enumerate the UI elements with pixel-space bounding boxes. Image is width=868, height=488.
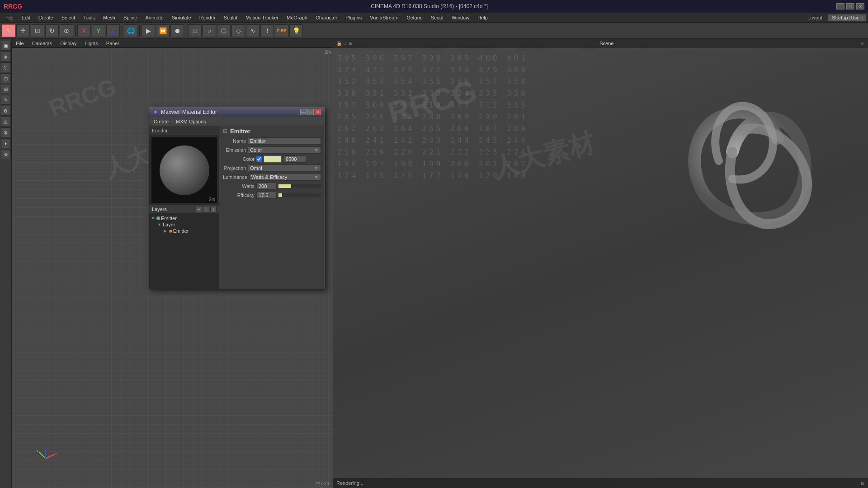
sidebar-btn-8[interactable]: ◎ [1, 117, 11, 127]
menu-vue[interactable]: Vue xStream [366, 14, 402, 21]
menu-plugins[interactable]: Plugins [342, 14, 365, 21]
menu-octane[interactable]: Octane [403, 14, 426, 21]
tool-polygon[interactable]: ◇ [231, 24, 245, 37]
field-row-color: Color [223, 155, 321, 163]
scene-right-icons: ⊞ [861, 41, 864, 46]
viewport-panel-tab[interactable]: Panel [104, 41, 121, 46]
tool-spline[interactable]: ∿ [246, 24, 259, 37]
layer-move-icon[interactable]: ↕ [210, 206, 217, 212]
minimize-button[interactable]: — [836, 3, 844, 9]
tool-deform[interactable]: ⌇ [260, 24, 274, 37]
tool-world[interactable]: 🌐 [124, 24, 137, 37]
toolbar: ↖ ✛ ⊡ ↻ ⊕ X Y Z 🌐 ▶ ⏩ ⏺ □ ○ ⬡ ◇ ∿ ⌇ FIRE… [0, 23, 868, 39]
emitter-label: Emitter [149, 126, 219, 135]
mme-layer-tree: ▼ Emitter ▼ Layer ▶ ■ Emitt [149, 213, 219, 289]
sidebar-btn-1[interactable]: ▣ [1, 41, 11, 51]
menu-help[interactable]: Help [474, 14, 491, 21]
maximize-button[interactable]: □ [846, 3, 854, 9]
field-label-emission: Emission [223, 147, 246, 153]
mme-close[interactable]: ✕ [315, 109, 321, 115]
field-dropdown-projection[interactable]: Omni ▼ [248, 164, 321, 172]
watts-track[interactable] [278, 184, 321, 188]
menu-character[interactable]: Character [312, 14, 341, 21]
tool-cube[interactable]: □ [188, 24, 202, 37]
tool-fx[interactable]: FIRE [275, 24, 288, 37]
watts-fill [278, 184, 291, 188]
tool-x[interactable]: X [77, 24, 91, 37]
menu-motion-tracker[interactable]: Motion Tracker [242, 14, 282, 21]
tool-play[interactable]: ▶ [142, 24, 155, 37]
color-checkbox[interactable] [256, 156, 262, 162]
sidebar-btn-3[interactable]: ⬡ [1, 62, 11, 72]
tool-object[interactable]: ⊕ [60, 24, 73, 37]
field-dropdown-emission[interactable]: Color ▼ [248, 146, 321, 154]
menu-create[interactable]: Create [35, 14, 57, 21]
sidebar-btn-11[interactable]: ⊗ [1, 149, 11, 159]
tool-light[interactable]: 💡 [289, 24, 303, 37]
layer-add-icon[interactable]: + [196, 206, 202, 212]
viewport-cameras-tab[interactable]: Cameras [30, 41, 55, 46]
mme-minimize[interactable]: — [300, 109, 307, 115]
tree-arrow-3: ▶ [164, 229, 168, 233]
viewport-lights-tab[interactable]: Lights [82, 41, 100, 46]
mme-title-area: ✦ Maxwell Material Editor [153, 108, 217, 116]
tool-y[interactable]: Y [92, 24, 105, 37]
field-input-name[interactable] [248, 137, 321, 145]
sidebar-btn-2[interactable]: ◈ [1, 52, 11, 61]
tool-playback[interactable]: ⏩ [156, 24, 170, 37]
sidebar-btn-6[interactable]: ✎ [1, 95, 11, 105]
sidebar-btn-7[interactable]: ⚙ [1, 106, 11, 116]
menu-animate[interactable]: Animate [142, 14, 167, 21]
close-button[interactable]: ✕ [856, 3, 864, 9]
tree-emitter-leaf[interactable]: ▶ ■ Emitter [151, 228, 217, 234]
mme-menu-mxm[interactable]: MXM Options [173, 118, 209, 125]
mme-title-text: Maxwell Material Editor [161, 109, 217, 115]
menu-window[interactable]: Window [448, 14, 473, 21]
color-value-input[interactable] [283, 155, 306, 163]
tool-cylinder[interactable]: ⬡ [217, 24, 231, 37]
menu-sculpt[interactable]: Sculpt [220, 14, 241, 21]
menu-mesh[interactable]: Mesh [99, 14, 119, 21]
sidebar-btn-9[interactable]: $ [1, 127, 11, 137]
sidebar-btn-4[interactable]: ◻ [1, 73, 11, 83]
tool-scale[interactable]: ⊡ [31, 24, 44, 37]
mme-preview: 2m [151, 137, 217, 203]
mme-maximize[interactable]: □ [307, 109, 314, 115]
color-swatch[interactable] [264, 155, 282, 163]
tool-rotate[interactable]: ↻ [45, 24, 59, 37]
main-layout: ▣ ◈ ⬡ ◻ ⊞ ✎ ⚙ ◎ $ ♦ ⊗ File Cameras Displ… [0, 39, 868, 488]
layer-remove-icon[interactable]: - [203, 206, 209, 212]
efficacy-track[interactable] [278, 193, 321, 197]
tool-move[interactable]: ✛ [16, 24, 30, 37]
tree-layer[interactable]: ▼ Layer [151, 221, 217, 228]
menu-spline[interactable]: Spline [120, 14, 141, 21]
efficacy-input[interactable] [256, 192, 277, 199]
menu-edit[interactable]: Edit [18, 14, 34, 21]
svg-text:X: X [55, 451, 57, 455]
menu-mograph[interactable]: MoGraph [283, 14, 311, 21]
tool-sphere[interactable]: ○ [203, 24, 216, 37]
sidebar-btn-5[interactable]: ⊞ [1, 84, 11, 94]
viewport-display-tab[interactable]: Display [58, 41, 79, 46]
menu-select[interactable]: Select [58, 14, 79, 21]
menu-render[interactable]: Render [196, 14, 219, 21]
field-row-emission: Emission Color ▼ [223, 146, 321, 154]
viewport-file-tab[interactable]: File [14, 41, 26, 46]
tool-record[interactable]: ⏺ [170, 24, 184, 37]
watts-input[interactable] [256, 183, 277, 190]
tool-z[interactable]: Z [106, 24, 120, 37]
watts-slider [256, 183, 321, 190]
menu-script[interactable]: Script [427, 14, 447, 21]
tree-emitter-group[interactable]: ▼ Emitter [151, 215, 217, 221]
tree-arrow-1: ▼ [151, 216, 156, 221]
tree-arrow-2: ▼ [157, 222, 162, 227]
layout-selector[interactable]: Startup [User] [828, 14, 866, 21]
mme-menu-create[interactable]: Create [151, 118, 171, 125]
field-dropdown-luminance[interactable]: Watts & Efficacy ▼ [249, 174, 321, 181]
emitter-checkbox[interactable]: ☑ [223, 128, 227, 134]
menu-file[interactable]: File [2, 14, 17, 21]
menu-simulate[interactable]: Simulate [168, 14, 195, 21]
menu-tools[interactable]: Tools [80, 14, 99, 21]
sidebar-btn-10[interactable]: ♦ [1, 138, 11, 148]
tool-select[interactable]: ↖ [2, 24, 15, 37]
